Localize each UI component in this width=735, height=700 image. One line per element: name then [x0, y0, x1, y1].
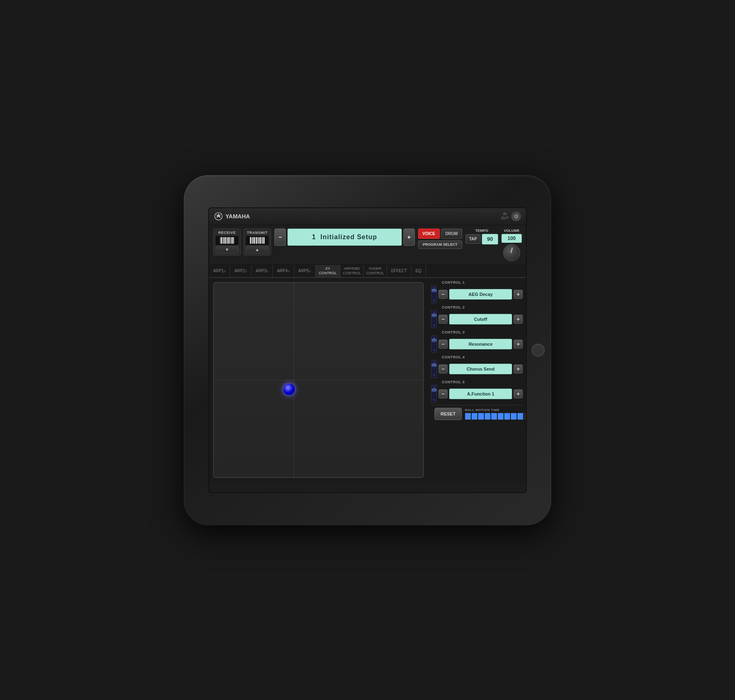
bm-seg-6: [498, 413, 503, 420]
bm-seg-9[interactable]: [517, 413, 523, 420]
bm-seg-3: [478, 413, 484, 420]
bm-seg-2: [472, 413, 477, 420]
patch-prev-button[interactable]: −: [274, 229, 286, 246]
tab-bar: ARP1♪ ARP2♪ ARP3♪ ARP4♪ ARP5♪ XYCONTROL …: [209, 265, 526, 278]
transmit-block: TRANSMIT: [243, 229, 271, 256]
control-5-label: CONTROL 5: [442, 380, 523, 384]
ipad-device: YAMAHA IN OUT ⚙ RECEIVE: [184, 175, 551, 525]
midi-out-label: OUT: [501, 216, 509, 220]
control-4-label: CONTROL 4: [442, 355, 523, 359]
control-5-plus-button[interactable]: +: [514, 389, 523, 398]
yamaha-icon: [214, 212, 223, 221]
receive-block: RECEIVE: [213, 229, 241, 256]
header-bar: YAMAHA IN OUT ⚙: [209, 208, 526, 225]
tab-fader-control[interactable]: FADERCONTROL: [364, 265, 387, 278]
tab-arp5[interactable]: ARP5♪: [294, 265, 316, 278]
tab-effect[interactable]: EFFECT: [387, 265, 412, 278]
voice-drum-group: VOICE DRUM PROGRAM SELECT: [418, 229, 462, 249]
volume-label: VOLUME: [504, 229, 520, 233]
bm-seg-5: [491, 413, 497, 420]
tap-button[interactable]: TAP: [466, 234, 481, 244]
control-5-minus-button[interactable]: −: [439, 389, 448, 398]
midi-indicator: IN OUT: [501, 212, 509, 220]
control-3-minus-button[interactable]: −: [439, 340, 448, 349]
control-1-minus-button[interactable]: −: [439, 290, 448, 299]
control-4-minus-button[interactable]: −: [439, 364, 448, 373]
main-controls: RECEIVE: [209, 225, 526, 265]
receive-down-button[interactable]: ▼: [216, 246, 238, 253]
control-3-xy-slider[interactable]: X Y: [431, 335, 437, 353]
xy-area: CONTROL 1 X Y − AEG Decay + CONTROL: [209, 278, 526, 482]
control-row-1: CONTROL 1 X Y − AEG Decay +: [431, 280, 523, 303]
ipad-screen: YAMAHA IN OUT ⚙ RECEIVE: [208, 207, 527, 493]
tab-arp4[interactable]: ARP4♪: [273, 265, 294, 278]
bm-seg-7: [504, 413, 510, 420]
control-row-4: CONTROL 4 X Y − Chorus Send +: [431, 355, 523, 378]
xy-position-dot: [283, 384, 295, 395]
xy-crosshair-horizontal: [214, 380, 423, 380]
xy-crosshair-vertical: [294, 283, 294, 477]
patch-name: Initialized Setup: [321, 233, 377, 241]
bm-seg-1: [465, 413, 471, 420]
ipad-home-button[interactable]: [532, 344, 545, 357]
control-2-display: Cutoff: [449, 314, 512, 324]
control-2-xy-slider[interactable]: X Y: [431, 310, 437, 328]
yamaha-logo: YAMAHA: [214, 212, 250, 221]
bm-seg-8: [511, 413, 517, 420]
control-4-xy-slider[interactable]: X Y: [431, 360, 437, 378]
control-1-xy-slider[interactable]: X Y: [431, 285, 437, 303]
control-row-3: CONTROL 3 X Y − Resonance +: [431, 330, 523, 353]
tempo-group: TEMPO TAP 90: [466, 229, 498, 244]
bottom-controls-area: RESET BALL MOTION TIME: [431, 405, 523, 422]
reset-button[interactable]: RESET: [434, 408, 462, 420]
receive-barcode: [216, 236, 238, 245]
control-3-plus-button[interactable]: +: [514, 340, 523, 349]
control-4-display: Chorus Send: [449, 364, 512, 374]
header-right: IN OUT ⚙: [501, 211, 521, 221]
control-5-display: A.Function 1: [449, 389, 512, 399]
brand-name: YAMAHA: [225, 213, 250, 220]
transmit-barcode: [246, 236, 269, 245]
patch-selector: − 1 Initialized Setup +: [274, 229, 415, 246]
control-row-2: CONTROL 2 X Y − Cutoff +: [431, 305, 523, 328]
control-4-plus-button[interactable]: +: [514, 364, 523, 373]
receive-label: RECEIVE: [218, 231, 236, 235]
ball-motion-bar: [465, 413, 526, 420]
settings-button[interactable]: ⚙: [511, 211, 521, 221]
patch-number: 1: [312, 233, 316, 241]
tempo-label: TEMPO: [475, 229, 488, 233]
ball-motion-section: BALL MOTION TIME: [465, 408, 526, 420]
drum-button[interactable]: DRUM: [441, 229, 462, 239]
bm-seg-4: [485, 413, 490, 420]
control-2-minus-button[interactable]: −: [439, 315, 448, 324]
control-1-display: AEG Decay: [449, 289, 512, 300]
control-1-plus-button[interactable]: +: [514, 290, 523, 299]
program-select-button[interactable]: PROGRAM SELECT: [418, 240, 462, 249]
transmit-up-button[interactable]: ▲: [246, 246, 269, 253]
control-5-xy-slider[interactable]: X Y: [431, 385, 437, 403]
control-row-5: CONTROL 5 X Y − A.Function 1 +: [431, 380, 523, 403]
control-3-display: Resonance: [449, 339, 512, 349]
bm-seg-10: [524, 413, 526, 420]
volume-display: 100: [501, 234, 522, 243]
patch-next-button[interactable]: +: [403, 229, 415, 246]
tab-arp-kbd-control[interactable]: ARP/KBDCONTROL: [341, 265, 364, 278]
control-2-label: CONTROL 2: [442, 305, 523, 309]
voice-button[interactable]: VOICE: [418, 229, 440, 239]
control-2-plus-button[interactable]: +: [514, 315, 523, 324]
control-1-label: CONTROL 1: [442, 280, 523, 284]
tab-arp3[interactable]: ARP3♪: [252, 265, 273, 278]
patch-display: 1 Initialized Setup: [287, 229, 402, 246]
transmit-label: TRANSMIT: [247, 231, 268, 235]
tab-arp2[interactable]: ARP2♪: [230, 265, 252, 278]
tab-arp1[interactable]: ARP1♪: [209, 265, 230, 278]
xy-pad[interactable]: [213, 282, 424, 478]
volume-knob[interactable]: [503, 244, 520, 261]
controls-panel: CONTROL 1 X Y − AEG Decay + CONTROL: [428, 278, 526, 482]
volume-group: VOLUME 100: [501, 229, 522, 261]
tab-xy-control[interactable]: XYCONTROL: [316, 265, 341, 278]
tab-eq[interactable]: EQ: [412, 265, 426, 278]
control-3-label: CONTROL 3: [442, 330, 523, 334]
receive-transmit-group: RECEIVE: [213, 229, 271, 256]
tempo-display: 90: [482, 234, 498, 244]
